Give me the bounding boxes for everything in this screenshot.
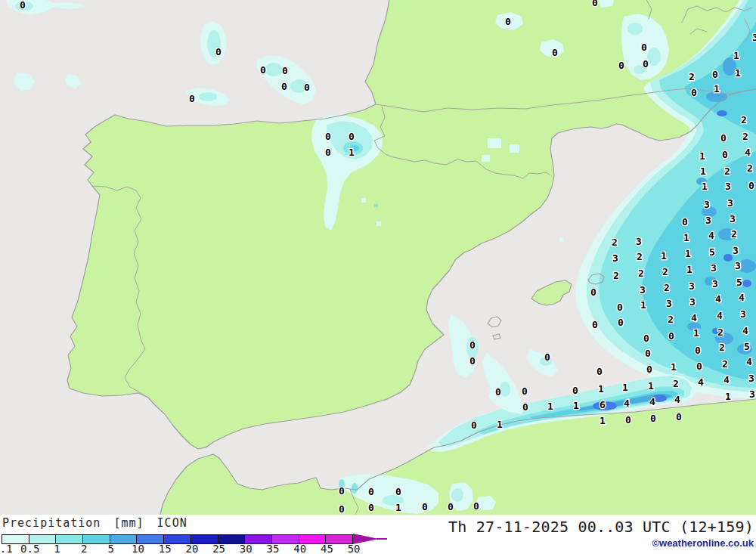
- precip-value-label: 3: [752, 32, 756, 43]
- precip-value-label: 4: [698, 376, 704, 388]
- precip-value-label: 4: [624, 398, 630, 409]
- precip-value-label: 3: [727, 197, 733, 209]
- precip-value-label: 3: [711, 262, 717, 274]
- precip-value-label: 0: [592, 319, 598, 330]
- precip-value-label: 0: [469, 355, 476, 367]
- precip-value-label: 0: [625, 414, 631, 426]
- precip-value-label: 2: [719, 342, 725, 353]
- precip-value-label: 0: [325, 131, 331, 142]
- precip-value-label: 3: [704, 199, 710, 210]
- precip-value-label: 0: [473, 500, 479, 512]
- precip-value-label: 0: [522, 401, 528, 413]
- legend-tick: 2: [81, 543, 87, 554]
- precip-value-label: 4: [674, 394, 680, 405]
- precip-value-label: 4: [708, 230, 714, 241]
- precip-value-label: 2: [637, 251, 643, 262]
- precip-value-label: 0: [695, 345, 701, 356]
- precip-value-label: 0: [349, 131, 355, 142]
- precip-value-label: 1: [573, 400, 579, 411]
- precip-value-label: 0: [722, 149, 728, 160]
- precip-value-label: 3: [640, 284, 646, 296]
- precip-value-label: 0: [189, 93, 195, 104]
- precip-value-label: 0: [304, 82, 310, 93]
- precip-value-label: 0: [645, 348, 651, 359]
- precip-value-label: 0: [720, 132, 727, 144]
- legend-tick: 0.1: [0, 543, 13, 554]
- precip-value-label: 4: [715, 293, 721, 305]
- precip-value-label: 0: [643, 58, 649, 70]
- precip-value-label: 4: [746, 356, 752, 367]
- precip-value-label: 0: [596, 366, 603, 377]
- precip-value-label: 1: [733, 50, 739, 61]
- precip-value-label: 1: [497, 419, 503, 430]
- precip-value-label: 3: [733, 245, 739, 256]
- precip-value-label: 0: [592, 0, 598, 8]
- precip-value-label: 0: [650, 413, 656, 424]
- precip-value-label: 5: [709, 246, 715, 258]
- precip-value-label: 3: [705, 215, 711, 226]
- precip-value-label: 0: [505, 16, 511, 27]
- precip-value-label: 1: [714, 83, 720, 94]
- precip-value-label: 0: [281, 81, 287, 92]
- precip-value-label: 0: [395, 486, 401, 497]
- precip-value-label: 0: [618, 317, 624, 328]
- legend-tick: 40: [293, 543, 306, 554]
- precip-value-label: 0: [260, 64, 266, 76]
- precip-value-label: 4: [739, 292, 745, 303]
- precip-value-label: 0: [617, 302, 623, 313]
- precip-value-label: 0: [282, 65, 288, 76]
- precip-value-label: 0: [646, 364, 652, 375]
- precip-value-label: 2: [741, 114, 747, 125]
- precip-value-label: 0: [590, 286, 596, 298]
- precip-value-label: 1: [622, 382, 628, 393]
- precip-value-label: 0: [469, 339, 476, 351]
- precip-value-label: 0: [368, 486, 374, 497]
- precip-value-label: 0: [448, 501, 454, 512]
- precip-value-label: 2: [717, 327, 723, 338]
- precip-value-label: 3: [725, 181, 731, 192]
- precip-value-label: 0: [572, 385, 578, 396]
- precip-value-label: 1: [683, 232, 689, 243]
- precip-value-label: 4: [745, 147, 751, 158]
- precip-value-label: 0: [325, 147, 331, 158]
- precip-value-label: 2: [668, 314, 674, 325]
- precip-value-label: 0: [422, 501, 428, 512]
- precip-value-label: 0: [641, 42, 647, 53]
- precip-value-label: 0: [544, 351, 550, 363]
- legend-title: Precipitation [mm] ICON: [2, 516, 187, 530]
- precip-value-label: 0: [215, 46, 222, 57]
- legend-tick: 5: [108, 543, 114, 554]
- precip-value-label: 1: [685, 248, 691, 259]
- precip-value-label: 2: [742, 131, 748, 142]
- precip-value-label: 1: [598, 383, 604, 395]
- map-footer: Precipitation [mm] ICON 0.10.51251015202…: [0, 515, 756, 554]
- weather-map-page: 0000000000100000031012012021041221303333…: [0, 0, 756, 554]
- legend-tick: 25: [212, 543, 225, 554]
- legend-tick: 35: [267, 543, 280, 554]
- precip-value-label: 1: [349, 147, 355, 158]
- precip-value-label: 0: [696, 361, 702, 372]
- precip-value-label: 0: [643, 333, 649, 344]
- precip-value-label: 3: [636, 236, 642, 247]
- precip-value-label: 0: [691, 87, 697, 98]
- precip-value-label: 1: [600, 415, 606, 426]
- precip-value-label: 1: [661, 250, 667, 262]
- precip-value-label: 0: [368, 502, 374, 513]
- legend-tick: 1: [54, 543, 60, 554]
- legend-tick: 15: [159, 543, 172, 554]
- precip-value-label: 0: [748, 180, 754, 191]
- precip-value-label: 0: [676, 411, 682, 422]
- precip-value-label: 3: [749, 388, 755, 400]
- precip-value-label: 0: [522, 385, 528, 397]
- precip-value-label: 0: [471, 419, 477, 431]
- precip-value-label: 0: [668, 330, 674, 342]
- precip-value-label: 0: [20, 0, 26, 11]
- precip-value-label: 2: [638, 268, 644, 279]
- legend-tick: 10: [132, 543, 144, 554]
- precip-value-label: 3: [748, 373, 754, 384]
- legend-arrow-tail: [376, 538, 387, 540]
- precip-value-label: 3: [689, 296, 696, 308]
- precip-value-label: 2: [689, 71, 695, 82]
- precip-value-label: 1: [735, 67, 741, 79]
- legend-tick: 20: [185, 543, 198, 554]
